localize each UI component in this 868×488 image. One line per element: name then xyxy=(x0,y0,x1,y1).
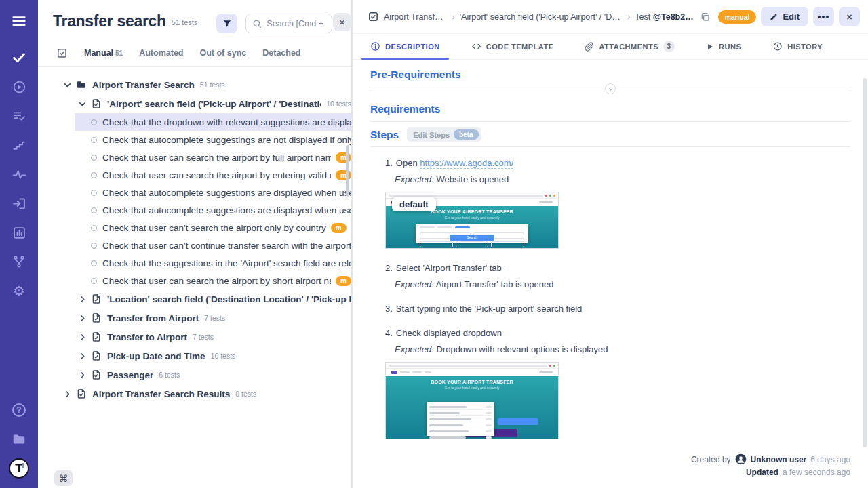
tree-item-count: 7 tests xyxy=(204,314,225,322)
tree-item-label: Check that autocomplete suggestions are … xyxy=(102,188,351,198)
menu-button[interactable] xyxy=(9,11,29,31)
breadcrumb-test: Test @Te8b2… xyxy=(635,12,693,22)
created-by-label: Created by xyxy=(691,455,731,464)
mock-browser-bar xyxy=(386,363,558,369)
detail-scrollbar[interactable] xyxy=(863,78,867,447)
updated-label: Updated xyxy=(746,468,778,477)
tree-suite-row[interactable]: Airport Transfer Search51 tests xyxy=(38,75,351,94)
tree-test-row[interactable]: Check that user can't continue transfer … xyxy=(75,237,351,254)
tree-test-row[interactable]: Check that user can't search the airport… xyxy=(75,219,351,237)
tab-history[interactable]: HISTORY xyxy=(772,34,823,59)
tree-test-row[interactable]: Check that user can search the airport b… xyxy=(75,148,351,166)
tree-test-row[interactable]: Check that autocomplete suggestings are … xyxy=(75,131,351,148)
expected-result: Expected: Website is opened xyxy=(395,174,850,184)
tab-runs[interactable]: RUNS xyxy=(706,34,741,59)
breadcrumb-suite[interactable]: 'Airport' search field ('Pick-up Airport… xyxy=(460,12,623,22)
chevron-right-icon[interactable] xyxy=(77,313,87,323)
tree-test-row[interactable]: Check that user can search the airport b… xyxy=(75,166,351,184)
step-screenshot[interactable]: BOOK YOUR AIRPORT TRANSFER Get to your h… xyxy=(385,192,559,249)
avatar xyxy=(735,453,747,465)
tree-test-row[interactable]: Check that the dropdown with relevant su… xyxy=(75,113,351,131)
chevron-right-icon[interactable] xyxy=(77,332,87,342)
sidebar-item-tests[interactable] xyxy=(9,47,29,68)
sidebar-item-help[interactable]: ? xyxy=(9,400,29,420)
sidebar-item-settings[interactable]: ⚙ xyxy=(9,281,29,301)
tree-item-label: Check that user can search the airport b… xyxy=(102,170,331,180)
tree-suite-row[interactable]: Transfer from Airport7 tests xyxy=(38,308,351,327)
mock-hero-subtitle: Get to your hotel easily and securely xyxy=(386,386,558,390)
breadcrumb-project[interactable]: Airport Transfer Se… xyxy=(384,12,448,22)
edit-button[interactable]: Edit xyxy=(761,7,808,26)
chevron-right-icon[interactable] xyxy=(62,389,73,399)
tree-suite-row[interactable]: 'Location' search field ('Destination Lo… xyxy=(38,289,351,308)
tree-test-row[interactable]: Check that autocomplete suggestions are … xyxy=(75,184,351,201)
sidebar-item-reports[interactable] xyxy=(9,222,29,243)
test-bullet-icon xyxy=(91,137,97,143)
sidebar-item-projects[interactable] xyxy=(9,429,29,449)
select-all-button[interactable] xyxy=(56,47,68,59)
more-actions-button[interactable]: ••• xyxy=(813,7,834,26)
chevron-right-icon[interactable] xyxy=(77,370,87,380)
tab-attachments[interactable]: ATTACHMENTS 3 xyxy=(585,34,675,59)
app-logo[interactable]: T xyxy=(9,458,29,479)
chevron-down-icon[interactable] xyxy=(62,80,73,90)
page-title: Transfer search xyxy=(53,12,166,30)
tree-test-row[interactable]: Check that the suggestions in the 'Airpo… xyxy=(75,254,351,272)
play-icon xyxy=(706,43,714,51)
tree-suite-row[interactable]: Airport Transfer Search Results0 tests xyxy=(38,384,351,403)
help-icon: ? xyxy=(12,403,26,417)
meta-footer: Created by Unknown user 6 days ago Updat… xyxy=(370,453,850,477)
sidebar-item-monitoring[interactable] xyxy=(9,164,29,184)
test-id[interactable]: @Te8b2… xyxy=(653,12,694,22)
author-name[interactable]: Unknown user xyxy=(751,455,807,464)
beta-badge: beta xyxy=(454,129,479,140)
tab-manual[interactable]: Manual51 xyxy=(84,48,123,58)
sidebar-item-shared-steps[interactable] xyxy=(9,135,29,155)
play-circle-icon xyxy=(12,80,26,94)
command-shortcut-button[interactable]: ⌘ xyxy=(54,470,73,486)
test-tree: Airport Transfer Search51 tests'Airport'… xyxy=(38,67,351,488)
sidebar-item-branches[interactable] xyxy=(9,251,29,272)
sidebar-item-runs[interactable] xyxy=(9,77,29,97)
test-checkbox-icon[interactable] xyxy=(368,11,379,22)
search-box xyxy=(245,14,332,33)
chevron-right-icon[interactable] xyxy=(77,351,87,361)
tree-suite-row[interactable]: Passenger6 tests xyxy=(38,365,351,384)
copy-button[interactable] xyxy=(700,12,711,22)
steps-heading: Steps xyxy=(370,129,399,141)
tree-filter-tabs: Manual51 Automated Out of sync Detached xyxy=(38,33,351,67)
stairs-icon xyxy=(12,138,26,152)
tab-detached[interactable]: Detached xyxy=(262,48,300,58)
sidebar-item-integrations[interactable] xyxy=(9,193,29,214)
step-number: 2. xyxy=(385,263,393,273)
detail-close-button[interactable]: × xyxy=(839,7,860,26)
tree-suite-row[interactable]: Pick-up Date and Time10 tests xyxy=(38,346,351,365)
tab-automated[interactable]: Automated xyxy=(139,48,183,58)
step-screenshot[interactable]: BOOK YOUR AIRPORT TRANSFER Get to your h… xyxy=(385,362,559,439)
tree-item-label: 'Location' search field ('Destination Lo… xyxy=(107,294,351,304)
search-input[interactable] xyxy=(267,19,326,28)
chevron-down-icon[interactable] xyxy=(77,99,87,109)
manual-status-badge: manual xyxy=(718,10,757,24)
filter-button[interactable] xyxy=(216,14,237,33)
tree-suite-row[interactable]: 'Airport' search field ('Pick-up Airport… xyxy=(38,94,351,113)
tree-test-row[interactable]: Check that user can search the airport b… xyxy=(75,272,351,289)
tree-close-button[interactable]: × xyxy=(333,13,351,31)
tree-test-row[interactable]: Check that autocomplete suggestions are … xyxy=(75,201,351,219)
chevron-right-icon[interactable] xyxy=(77,294,87,304)
section-divider xyxy=(370,121,850,122)
tree-suite-row[interactable]: Transfer to Airport7 tests xyxy=(38,327,351,346)
collapse-toggle-button[interactable] xyxy=(605,83,616,94)
tab-code-template[interactable]: CODE TEMPLATE xyxy=(471,34,554,59)
tab-out-of-sync[interactable]: Out of sync xyxy=(199,48,246,58)
step-text: Check displayed dropdown xyxy=(396,328,502,338)
tree-item-label: Transfer to Airport xyxy=(107,332,187,342)
step-number: 1. xyxy=(385,158,393,168)
tab-description[interactable]: DESCRIPTION xyxy=(370,34,440,59)
agoda-link[interactable]: https://www.agoda.com/ xyxy=(420,158,513,169)
edit-steps-button[interactable]: Edit Steps beta xyxy=(407,127,481,142)
tree-scrollbar[interactable] xyxy=(346,145,349,197)
bar-chart-icon xyxy=(12,226,26,240)
sidebar-item-test-plans[interactable] xyxy=(9,106,29,126)
detail-tabs: DESCRIPTION CODE TEMPLATE ATTACHMENTS 3 … xyxy=(353,34,868,60)
